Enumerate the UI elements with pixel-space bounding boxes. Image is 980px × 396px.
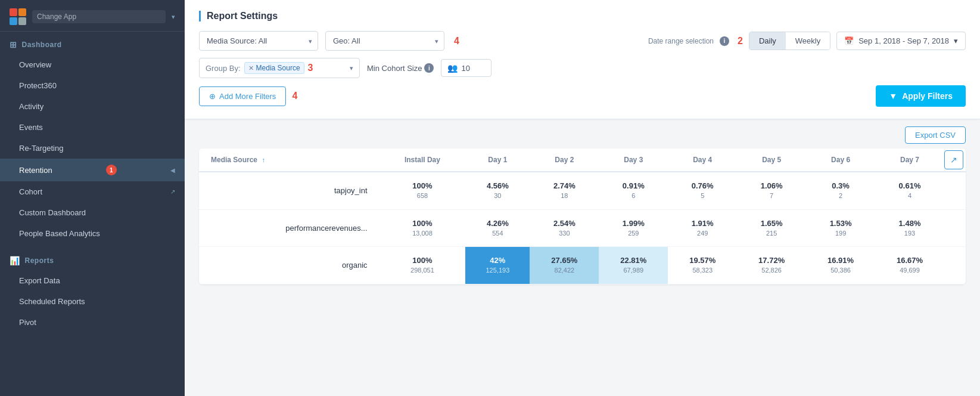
weekly-button[interactable]: Weekly	[786, 32, 830, 50]
min-cohort-info-icon[interactable]: i	[424, 63, 434, 73]
perf-install-day: 100% 13,008	[379, 209, 466, 247]
daily-button[interactable]: Daily	[749, 32, 786, 50]
perf-day2: 2.54% 330	[530, 209, 599, 247]
tapjoy-day2: 2.74% 18	[530, 172, 599, 209]
geo-badge: 4	[454, 36, 459, 47]
perf-day3: 1.99% 259	[599, 209, 668, 247]
group-by-chevron[interactable]: ▾	[350, 64, 353, 72]
perf-day6: 1.53% 199	[806, 209, 875, 247]
perf-day5: 1.65% 215	[737, 209, 806, 247]
dashboard-section-header: ⊞ Dashboard	[0, 35, 185, 54]
group-by-tag-remove[interactable]: ✕	[248, 64, 254, 72]
main-content: Report Settings Media Source: All Geo: A…	[185, 0, 980, 396]
apply-filters-button[interactable]: ▼ Apply Filters	[876, 85, 966, 107]
organic-day5: 17.72% 52,826	[737, 247, 806, 284]
sidebar-item-scheduled-reports[interactable]: Scheduled Reports	[0, 291, 185, 312]
report-settings-title: Report Settings	[199, 11, 966, 21]
sidebar-item-events[interactable]: Events	[0, 117, 185, 138]
sidebar-item-custom-dashboard[interactable]: Custom Dashboard	[0, 202, 185, 223]
cohort-external-icon: ↗	[170, 188, 175, 195]
col-day7: Day 7	[875, 148, 944, 172]
tapjoy-day4: 0.76% 5	[668, 172, 737, 209]
table-area: Export CSV Media Source ↑ Install Day Da…	[185, 119, 980, 396]
plus-icon: ⊕	[209, 92, 216, 101]
expand-columns-button[interactable]: ↗	[944, 150, 963, 169]
perf-day7: 1.48% 193	[875, 209, 944, 247]
sidebar: Change App ▾ ⊞ Dashboard Overview Protec…	[0, 0, 185, 396]
geo-select-wrapper: Geo: All	[325, 31, 444, 51]
export-csv-button[interactable]: Export CSV	[905, 126, 966, 144]
filters-row-2: Group By: ✕ Media Source 3 ▾ Min Cohort …	[199, 58, 966, 78]
sidebar-item-export-data[interactable]: Export Data	[0, 270, 185, 291]
change-app-chevron[interactable]: ▾	[172, 13, 175, 21]
organic-day6: 16.91% 50,386	[806, 247, 875, 284]
retention-collapse-arrow[interactable]: ◀	[170, 167, 175, 174]
organic-day7: 16.67% 49,699	[875, 247, 944, 284]
change-app-button[interactable]: Change App	[32, 10, 166, 23]
sidebar-item-retargeting[interactable]: Re-Targeting	[0, 138, 185, 159]
media-source-select[interactable]: Media Source: All	[199, 31, 318, 51]
sidebar-item-protect360[interactable]: Protect360	[0, 75, 185, 96]
filters-actions-row: ⊕ Add More Filters 4 ▼ Apply Filters	[199, 85, 966, 107]
organic-day3: 22.81% 67,989	[599, 247, 668, 284]
period-toggle: Daily Weekly	[749, 32, 830, 50]
report-settings-panel: Report Settings Media Source: All Geo: A…	[185, 0, 980, 119]
cohort-icon: 👥	[447, 63, 458, 73]
col-day6: Day 6	[806, 148, 875, 172]
date-range-section: Date range selection i 2 Daily Weekly 📅 …	[648, 32, 966, 50]
media-source-select-wrapper: Media Source: All	[199, 31, 318, 51]
organic-day4: 19.57% 58,323	[668, 247, 737, 284]
col-day1: Day 1	[465, 148, 530, 172]
sidebar-item-pivot[interactable]: Pivot	[0, 312, 185, 333]
sidebar-item-overview[interactable]: Overview	[0, 54, 185, 75]
tapjoy-day3: 0.91% 6	[599, 172, 668, 209]
tapjoy-day1: 4.56% 30	[465, 172, 530, 209]
tapjoy-install-day: 100% 658	[379, 172, 466, 209]
group-by-label: Group By:	[206, 64, 241, 73]
tapjoy-day7: 0.61% 4	[875, 172, 944, 209]
retention-badge: 1	[106, 165, 117, 175]
app-logo	[10, 8, 26, 25]
table-row: tapjoy_int 100% 658 4.56% 30 2.74% 18 0	[199, 172, 966, 209]
date-range-label: Date range selection	[648, 37, 714, 45]
sidebar-header: Change App ▾	[0, 0, 185, 32]
organic-expand	[944, 247, 966, 284]
reports-section: 📊 Reports Export Data Scheduled Reports …	[0, 248, 185, 336]
table-row: performancerevenues... 100% 13,008 4.26%…	[199, 209, 966, 247]
add-filters-badge: 4	[292, 91, 297, 101]
perf-day1: 4.26% 554	[465, 209, 530, 247]
min-cohort-label: Min Cohort Size i	[367, 63, 434, 73]
calendar-icon: 📅	[844, 36, 854, 45]
add-more-filters-button[interactable]: ⊕ Add More Filters	[199, 86, 286, 106]
organic-install-day: 100% 298,051	[379, 247, 466, 284]
perf-day4: 1.91% 249	[668, 209, 737, 247]
group-by-tag-value: Media Source	[256, 64, 300, 72]
date-picker-chevron: ▾	[954, 36, 958, 45]
tapjoy-expand	[944, 172, 966, 209]
sidebar-item-retention[interactable]: Retention 1 ◀	[0, 159, 185, 181]
sidebar-item-activity[interactable]: Activity	[0, 96, 185, 117]
source-cell-perf: performancerevenues...	[199, 209, 379, 247]
dashboard-section: ⊞ Dashboard Overview Protect360 Activity…	[0, 32, 185, 248]
cohort-size-input[interactable]	[461, 64, 485, 73]
logo-sq-blue	[10, 17, 17, 25]
col-day4: Day 4	[668, 148, 737, 172]
col-day5: Day 5	[737, 148, 806, 172]
group-by-badge: 3	[308, 63, 313, 73]
table-toolbar: Export CSV	[199, 126, 966, 144]
logo-sq-gray	[18, 17, 26, 25]
filters-row-1: Media Source: All Geo: All 4 Date range …	[199, 31, 966, 51]
col-expand: ↗	[944, 148, 966, 172]
sidebar-item-cohort[interactable]: Cohort ↗	[0, 181, 185, 202]
date-picker-button[interactable]: 📅 Sep 1, 2018 - Sep 7, 2018 ▾	[836, 32, 966, 50]
media-source-sort-icon[interactable]: ↑	[262, 156, 265, 163]
date-range-info-icon[interactable]: i	[720, 36, 729, 46]
reports-section-label: Reports	[25, 256, 54, 265]
geo-select[interactable]: Geo: All	[325, 31, 444, 51]
sidebar-item-people-based-analytics[interactable]: People Based Analytics	[0, 223, 185, 244]
source-cell-tapjoy: tapjoy_int	[199, 172, 379, 209]
dashboard-icon: ⊞	[10, 40, 17, 50]
tapjoy-day6: 0.3% 2	[806, 172, 875, 209]
group-by-wrapper[interactable]: Group By: ✕ Media Source 3 ▾	[199, 58, 360, 78]
reports-section-header: 📊 Reports	[0, 251, 185, 270]
